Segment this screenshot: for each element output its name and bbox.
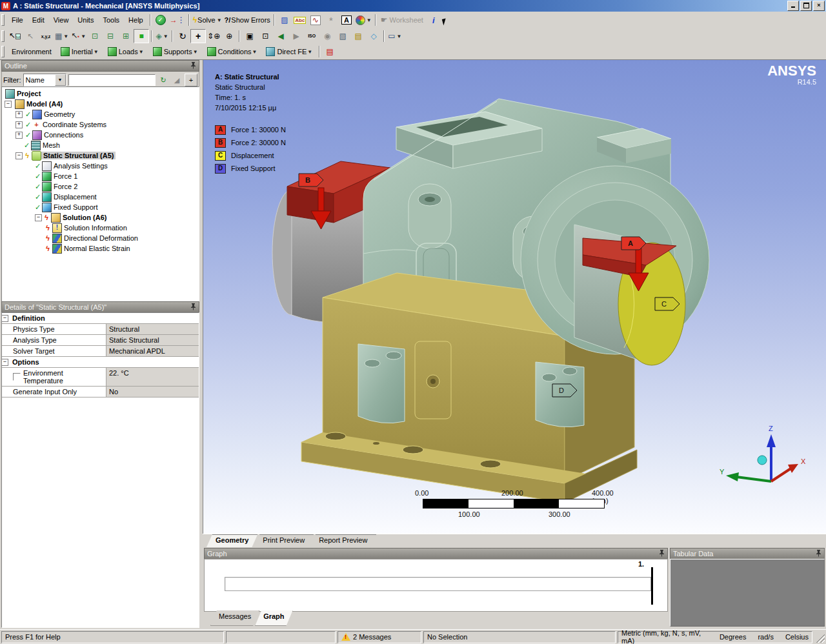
tab-geometry[interactable]: Geometry	[206, 534, 257, 547]
tree-item-static-structural[interactable]: − ϟ Static Structural (A5)	[2, 150, 199, 161]
section-plane-button[interactable]: ▨	[277, 13, 292, 27]
manage-views-button[interactable]: ▧	[335, 29, 350, 43]
details-row-environment-temperature[interactable]: Environment Temperature 22. °C	[2, 368, 199, 387]
tree-item-model[interactable]: − Model (A4)	[2, 99, 199, 109]
previous-view-button[interactable]: ◀	[273, 29, 288, 43]
timeline-track[interactable]	[225, 577, 651, 591]
collapse-box[interactable]: −	[35, 214, 42, 221]
supports-button[interactable]: Supports▼	[148, 45, 203, 58]
zoom-button[interactable]: ⇕⊕	[206, 29, 221, 43]
status-units[interactable]: Metric (mm, kg, N, s, mV, mA) Degrees ra…	[618, 631, 812, 643]
extend-selection-button[interactable]: ◈▼	[154, 29, 170, 43]
label-select-button[interactable]: ↖▭	[7, 29, 23, 43]
tree-item-analysis-settings[interactable]: ✓ Analysis Settings	[2, 161, 199, 171]
details-header[interactable]: Details of "Static Structural (A5)"	[1, 301, 199, 313]
filter-type-select[interactable]: Name ▼	[23, 74, 66, 86]
menu-tools[interactable]: Tools	[98, 14, 124, 26]
tab-graph[interactable]: Graph	[255, 610, 292, 626]
viewports-button[interactable]: ▭▼	[387, 29, 403, 43]
pin-icon[interactable]	[190, 62, 196, 70]
menu-edit[interactable]: Edit	[28, 14, 49, 26]
details-row-analysis-type[interactable]: Analysis Type Static Structural	[2, 335, 199, 346]
tree-item-mesh[interactable]: ✓ Mesh	[2, 140, 199, 150]
iso-view-button[interactable]: ISO	[304, 29, 319, 43]
timeline-marker[interactable]	[651, 567, 653, 605]
zoom-in-button[interactable]: ⊕	[221, 29, 237, 43]
annotation-button[interactable]: Abc	[292, 13, 308, 27]
solve-dropdown-arrow[interactable]: ▼	[217, 17, 222, 23]
geometry-viewport[interactable]: D A	[203, 60, 826, 534]
tree-item-solution-information[interactable]: ϟ !Solution Information	[2, 223, 199, 233]
close-button[interactable]: ×	[813, 1, 825, 11]
info-button[interactable]: i	[426, 13, 441, 27]
graph-canvas[interactable]: 1.	[204, 559, 668, 612]
inertial-button[interactable]: Inertial▼	[56, 45, 103, 58]
collapse-box[interactable]: −	[5, 101, 12, 108]
chart-button[interactable]: ∿	[308, 13, 323, 27]
show-errors-button[interactable]: ?/ Show Errors	[223, 13, 272, 27]
filter-refresh-button[interactable]: ↻	[157, 74, 169, 86]
probe-button[interactable]: *	[323, 13, 339, 27]
toolbar-grip[interactable]	[1, 14, 5, 26]
details-row-generate-input-only[interactable]: Generate Input Only No	[2, 387, 199, 397]
expand-box[interactable]: +	[15, 111, 23, 118]
body-filter-button[interactable]: ■	[134, 29, 149, 43]
solve-button[interactable]: ϟ Solve ▼	[192, 13, 223, 27]
pan-button[interactable]: +	[190, 29, 206, 43]
model-canvas[interactable]: D A	[203, 60, 826, 534]
toolbar-grip[interactable]	[1, 46, 5, 57]
tabular-data-header[interactable]: Tabular Data	[670, 548, 825, 559]
pin-icon[interactable]	[816, 550, 821, 558]
menu-help[interactable]: Help	[124, 14, 148, 26]
tag-button[interactable]: ◇	[366, 29, 381, 43]
tab-print-preview[interactable]: Print Preview	[254, 534, 314, 547]
collapse-box[interactable]: −	[1, 359, 8, 366]
tree-item-displacement[interactable]: ✓ Displacement	[2, 192, 199, 202]
tree-item-connections[interactable]: + ✓ Connections	[2, 130, 199, 140]
ruler-toggle-button[interactable]: ▤	[350, 29, 366, 43]
tree-item-geometry[interactable]: + ✓ Geometry	[2, 109, 199, 119]
pin-icon[interactable]	[190, 303, 196, 312]
next-view-button[interactable]: ▶	[288, 29, 304, 43]
tab-messages[interactable]: Messages	[210, 610, 259, 626]
checkbox[interactable]	[13, 373, 21, 381]
expand-box[interactable]: +	[15, 121, 23, 128]
image-dropdown-arrow[interactable]: ▼	[367, 17, 372, 23]
tree-item-coordinate-systems[interactable]: + ✓ +Coordinate Systems	[2, 119, 199, 130]
image-button[interactable]: ▼	[354, 13, 373, 27]
loads-dropdown-arrow[interactable]: ▼	[139, 49, 144, 55]
restore-button[interactable]	[800, 1, 812, 11]
tree-item-project[interactable]: Project	[2, 88, 199, 99]
face-filter-button[interactable]: ⊞	[118, 29, 134, 43]
connect-refresh-button[interactable]: →⋮	[168, 13, 186, 27]
outline-header[interactable]: Outline	[1, 60, 199, 72]
extend-dropdown-arrow[interactable]: ▼	[163, 34, 168, 39]
tab-report-preview[interactable]: Report Preview	[310, 534, 376, 547]
graph-header[interactable]: Graph	[204, 548, 668, 559]
collapse-box[interactable]: −	[15, 152, 23, 159]
pin-icon[interactable]	[659, 550, 665, 558]
rotate-button[interactable]: ↻	[175, 29, 190, 43]
pointer-mode-button[interactable]: ↖▪▼	[70, 29, 87, 43]
edge-filter-button[interactable]: ⊟	[103, 29, 118, 43]
fit-view-button[interactable]: ▣	[242, 29, 257, 43]
minimize-button[interactable]	[787, 1, 799, 11]
filter-dropdown-arrow[interactable]: ▼	[55, 74, 66, 86]
worksheet-view-button[interactable]: ▤	[322, 45, 337, 59]
validate-button[interactable]: ✓	[153, 13, 168, 27]
tree-item-fixed-support[interactable]: ✓ Fixed Support	[2, 202, 199, 212]
conditions-dropdown-arrow[interactable]: ▼	[252, 49, 257, 55]
supports-dropdown-arrow[interactable]: ▼	[193, 49, 198, 55]
tree-item-force-1[interactable]: ✓ Force 1	[2, 171, 199, 181]
tree-item-directional-deformation[interactable]: ϟ Directional Deformation	[2, 233, 199, 243]
collapse-box[interactable]: −	[1, 315, 8, 322]
status-messages[interactable]: ! 2 Messages	[337, 631, 421, 643]
conditions-button[interactable]: Conditions▼	[203, 45, 262, 58]
vertex-filter-button[interactable]: ⊡	[87, 29, 103, 43]
filter-clear-button[interactable]: ◢	[171, 74, 183, 86]
filter-search-input[interactable]	[68, 74, 156, 86]
expand-all-button[interactable]: +	[185, 74, 197, 86]
tree-item-normal-elastic-strain[interactable]: ϟ Normal Elastic Strain	[2, 243, 199, 254]
orientation-triad[interactable]: Z Y X	[720, 425, 806, 481]
direct-fe-button[interactable]: Direct FE▼	[261, 45, 317, 58]
